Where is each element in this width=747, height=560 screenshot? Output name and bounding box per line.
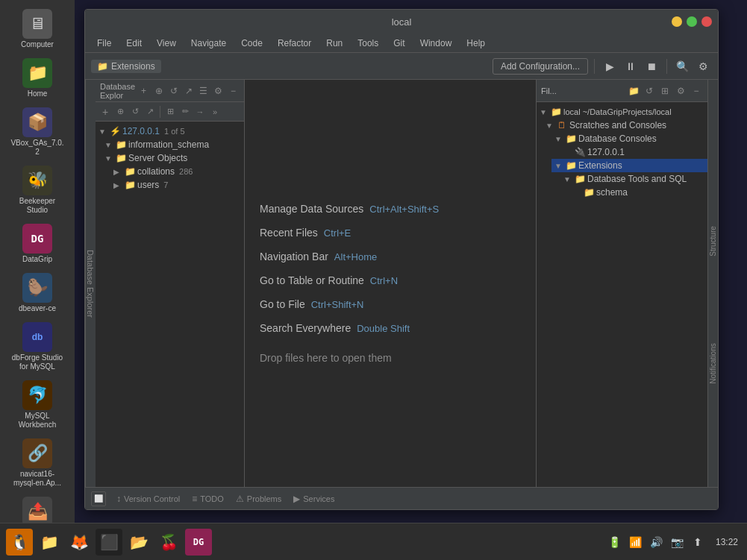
firefox-button[interactable]: 🦊: [66, 529, 93, 556]
menu-view[interactable]: View: [151, 37, 182, 50]
taskbar-icon-mysql-workbench[interactable]: 🐬 MySQL Workbench: [7, 377, 67, 432]
db-consoles-node[interactable]: ▼ 📁 Database Consoles: [551, 132, 707, 145]
more-icon[interactable]: »: [208, 105, 222, 119]
menu-edit[interactable]: Edit: [120, 37, 148, 50]
version-control-tab[interactable]: ↕ Version Control: [112, 492, 184, 506]
console-item-icon: 🔌: [574, 147, 586, 157]
edit-icon[interactable]: ✏: [178, 105, 192, 119]
notifications-tab[interactable]: Notifications: [709, 343, 717, 386]
schema-node[interactable]: ▼ 📁 information_schema: [101, 138, 244, 151]
taskbar-icon-dbforge[interactable]: db dbForge Studio for MySQL: [7, 319, 67, 374]
local-root-node[interactable]: ▼ 📁 local ~/DataGripProjects/local: [537, 105, 707, 119]
sync-icon[interactable]: ↺: [128, 105, 142, 119]
search-everywhere-icon[interactable]: 🔍: [673, 57, 691, 75]
computer-icon: 🖥: [22, 9, 52, 39]
menu-tools[interactable]: Tools: [351, 37, 384, 50]
move-icon[interactable]: ↗: [143, 105, 157, 119]
goto-table-shortcut: Ctrl+N: [370, 275, 398, 286]
db-tools-node[interactable]: ▼ 📁 Database Tools and SQL: [560, 172, 707, 186]
cherry-button[interactable]: 🍒: [155, 529, 182, 556]
collations-label: collations: [137, 166, 175, 177]
add-icon[interactable]: ⊕: [152, 84, 165, 98]
goto-file-item[interactable]: Go to File Ctrl+Shift+N: [260, 298, 521, 310]
camera-tray-icon[interactable]: 📷: [669, 535, 684, 550]
title-bar: local − □ ×: [85, 10, 718, 34]
collapse-icon[interactable]: −: [227, 84, 240, 98]
files-refresh-icon[interactable]: ↺: [643, 84, 656, 98]
navigation-bar-label: Navigation Bar: [260, 251, 328, 262]
mysql-workbench-label: MySQL Workbench: [10, 412, 64, 430]
collations-icon: 📁: [124, 166, 136, 177]
server-node[interactable]: ▼ ⚡ 127.0.0.1 1 of 5: [96, 125, 244, 138]
run-button[interactable]: ▶: [601, 57, 619, 75]
datagrip-taskbar-button[interactable]: DG: [185, 529, 212, 556]
add-configuration-button[interactable]: Add Configuration...: [493, 58, 588, 75]
search-everywhere-item[interactable]: Search Everywhere Double Shift: [260, 322, 521, 334]
navigation-bar-item[interactable]: Navigation Bar Alt+Home: [260, 251, 521, 262]
console-item-node[interactable]: ▶ 🔌 127.0.0.1: [560, 145, 707, 159]
taskbar-icon-dbeaver[interactable]: 🦫 dbeaver-ce: [7, 270, 67, 316]
db-explorer-sidebar-label[interactable]: Database Explorer: [85, 80, 96, 487]
structure-tab[interactable]: Structure: [709, 227, 717, 259]
files-folder-icon[interactable]: 📁: [627, 84, 640, 98]
add-tree-icon[interactable]: +: [99, 105, 112, 119]
recent-files-item[interactable]: Recent Files Ctrl+E: [260, 227, 521, 239]
maximize-button[interactable]: □: [687, 16, 697, 27]
taskbar-icon-beekeeper[interactable]: 🐝 Beekeeper Studio: [7, 163, 67, 218]
table-icon[interactable]: ⊞: [163, 105, 177, 119]
files2-button[interactable]: 📂: [125, 529, 152, 556]
files-button[interactable]: 📁: [36, 529, 63, 556]
battery-tray-icon[interactable]: 🔋: [607, 535, 622, 550]
volume-tray-icon[interactable]: 🔊: [648, 535, 663, 550]
scratches-node[interactable]: ▼ 🗒 Scratches and Consoles: [543, 119, 707, 132]
filter-icon[interactable]: ☰: [197, 84, 210, 98]
network-tray-icon[interactable]: 📶: [628, 535, 643, 550]
schema-file-node[interactable]: ▶ 📁 schema: [569, 186, 707, 199]
ubuntu-button[interactable]: 🐧: [6, 529, 33, 556]
arrow-icon[interactable]: →: [193, 105, 207, 119]
local-folder-icon: 📁: [550, 107, 562, 117]
menu-code[interactable]: Code: [235, 37, 269, 50]
services-tab[interactable]: ▶ Services: [289, 492, 339, 506]
jump-icon[interactable]: ↗: [182, 84, 195, 98]
files-collapse-icon[interactable]: −: [690, 84, 703, 98]
terminal-button[interactable]: ⬛: [96, 529, 122, 556]
copy-icon[interactable]: ⊕: [113, 105, 127, 119]
menu-help[interactable]: Help: [460, 37, 491, 50]
menu-git[interactable]: Git: [387, 37, 410, 50]
menu-navigate[interactable]: Navigate: [185, 37, 232, 50]
debug-button[interactable]: ⏸: [622, 57, 640, 75]
manage-datasources-item[interactable]: Manage Data Sources Ctrl+Alt+Shift+S: [260, 203, 521, 215]
settings-panel-icon[interactable]: ⚙: [212, 84, 225, 98]
taskbar-icon-computer[interactable]: 🖥 Computer: [7, 6, 67, 52]
taskbar-icon-home[interactable]: 📁 Home: [7, 55, 67, 101]
users-node[interactable]: ▶ 📁 users 7: [110, 178, 244, 192]
taskbar-icon-datagrip[interactable]: DG DataGrip: [7, 221, 67, 267]
goto-table-item[interactable]: Go to Table or Routine Ctrl+N: [260, 274, 521, 286]
collations-node[interactable]: ▶ 📁 collations 286: [110, 165, 244, 178]
menu-refactor[interactable]: Refactor: [272, 37, 317, 50]
extensions-tab[interactable]: 📁 Extensions: [91, 60, 161, 73]
problems-tab[interactable]: ⚠ Problems: [231, 492, 286, 506]
menu-run[interactable]: Run: [320, 37, 349, 50]
menu-window[interactable]: Window: [414, 37, 458, 50]
schema-folder-icon: 📁: [115, 139, 127, 150]
files-settings-icon[interactable]: ⚙: [674, 84, 687, 98]
scratches-arrow: ▼: [546, 122, 554, 130]
close-button[interactable]: ×: [701, 16, 712, 27]
todo-tab[interactable]: ≡ TODO: [187, 492, 228, 506]
minimize-button[interactable]: −: [672, 16, 682, 27]
server-objects-node[interactable]: ▼ 📁 Server Objects: [101, 151, 244, 165]
stop-button[interactable]: ⏹: [643, 57, 660, 75]
taskbar-icon-vbox[interactable]: 📦 VBox_GAs_7.0.2: [7, 104, 67, 160]
users-arrow: ▶: [113, 181, 122, 189]
menu-file[interactable]: File: [91, 37, 117, 50]
terminal-toggle[interactable]: ⬜: [91, 491, 106, 506]
add-datasource-button[interactable]: +: [137, 84, 150, 98]
upload-tray-icon[interactable]: ⬆: [690, 535, 705, 550]
settings-icon[interactable]: ⚙: [694, 57, 712, 75]
taskbar-icon-navicat[interactable]: 🔗 navicat16-mysql-en.Ap...: [7, 435, 67, 491]
extensions-node[interactable]: ▼ 📁 Extensions: [551, 159, 707, 172]
files-expand-icon[interactable]: ⊞: [658, 84, 672, 98]
refresh-icon[interactable]: ↺: [167, 84, 180, 98]
